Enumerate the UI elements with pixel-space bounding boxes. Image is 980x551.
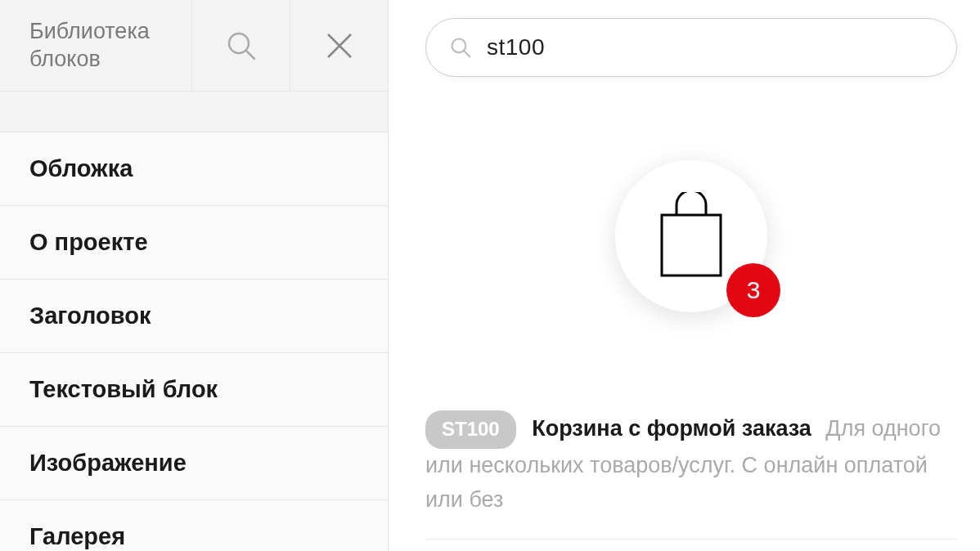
sidebar-item-cover[interactable]: Обложка bbox=[0, 132, 388, 206]
cart-badge: 3 bbox=[726, 263, 780, 317]
search-icon bbox=[449, 36, 472, 59]
sidebar-item-about[interactable]: О проекте bbox=[0, 206, 388, 280]
search-sidebar-button[interactable] bbox=[191, 0, 290, 91]
sidebar-item-label: Текстовый блок bbox=[29, 376, 218, 403]
sidebar: Библиотека блоков Обложка О проекте Заго… bbox=[0, 0, 389, 551]
svg-rect-6 bbox=[662, 215, 721, 276]
sidebar-spacer bbox=[0, 92, 388, 132]
block-title: Корзина с формой заказа bbox=[532, 416, 811, 441]
search-field[interactable] bbox=[425, 18, 957, 77]
sidebar-item-textblock[interactable]: Текстовый блок bbox=[0, 353, 388, 427]
sidebar-item-label: Галерея bbox=[29, 523, 125, 550]
shopping-bag-icon bbox=[657, 192, 726, 280]
close-icon bbox=[323, 29, 356, 62]
sidebar-item-heading[interactable]: Заголовок bbox=[0, 280, 388, 353]
sidebar-item-gallery[interactable]: Галерея bbox=[0, 500, 388, 551]
search-icon bbox=[225, 29, 258, 62]
sidebar-item-label: Заголовок bbox=[29, 302, 151, 329]
cart-widget: 3 bbox=[615, 160, 767, 312]
search-input[interactable] bbox=[487, 34, 933, 60]
sidebar-header: Библиотека блоков bbox=[0, 0, 388, 92]
main: 3 ST100 Корзина с формой заказа Для одно… bbox=[389, 0, 980, 551]
close-sidebar-button[interactable] bbox=[290, 0, 388, 91]
svg-line-5 bbox=[464, 51, 470, 56]
sidebar-item-label: Изображение bbox=[29, 450, 187, 477]
sidebar-item-label: Обложка bbox=[29, 155, 133, 182]
block-preview[interactable]: 3 bbox=[425, 77, 957, 396]
svg-line-1 bbox=[246, 51, 254, 59]
sidebar-item-image[interactable]: Изображение bbox=[0, 427, 388, 500]
sidebar-item-label: О проекте bbox=[29, 229, 148, 256]
sidebar-list: Обложка О проекте Заголовок Текстовый бл… bbox=[0, 92, 388, 551]
search-result[interactable]: ST100 Корзина с формой заказа Для одного… bbox=[425, 396, 957, 540]
block-code-badge: ST100 bbox=[425, 410, 516, 449]
sidebar-title: Библиотека блоков bbox=[0, 0, 191, 91]
